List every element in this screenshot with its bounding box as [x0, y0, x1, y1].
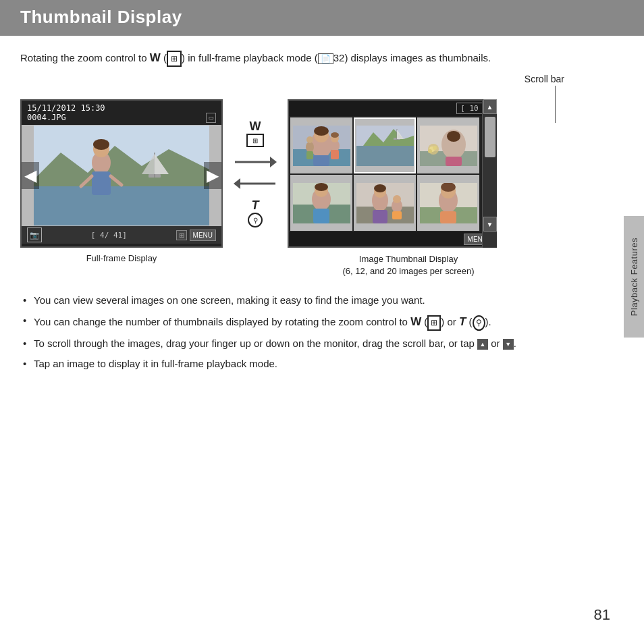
- thumb-6: [417, 175, 479, 231]
- svg-point-9: [93, 139, 109, 150]
- full-frame-header: 15/11/2012 15:30 0004.JPG ▭: [22, 101, 221, 125]
- thumb-6-img: [420, 183, 477, 223]
- thumb-5: [354, 175, 416, 231]
- svg-rect-27: [356, 146, 414, 166]
- scroll-up-inline: ▲: [477, 339, 488, 350]
- intro-page-ref: 32: [333, 52, 345, 63]
- svg-rect-40: [446, 157, 462, 166]
- full-frame-image-area: ◀ ▶: [22, 125, 221, 226]
- thumbnail-grid: [289, 116, 481, 232]
- diagram-area: Scroll bar 15/11/2012 15:30 0004.JPG ▭ ◀…: [20, 80, 624, 277]
- svg-rect-52: [373, 210, 387, 223]
- t-icon: ⚲: [248, 213, 263, 227]
- thumb-5-img: [356, 183, 414, 223]
- t-char: T: [252, 198, 259, 213]
- intro-after: ) displays images as thumbnails.: [344, 52, 491, 63]
- svg-rect-10: [92, 171, 111, 195]
- svg-rect-22: [331, 150, 339, 159]
- side-tab: Playback Features: [624, 216, 644, 338]
- w-section: W ⊞: [246, 119, 264, 147]
- thumb-2: [354, 117, 416, 173]
- wt-arrow-section: W ⊞ T ⚲: [223, 119, 288, 227]
- thumbnail-display-wrapper: [ 10 ]: [288, 99, 497, 248]
- caption-gap: [223, 253, 304, 277]
- full-frame-illustration: [34, 126, 209, 225]
- page-number: 81: [594, 606, 610, 624]
- caption-thumb-line1: Image Thumbnail Display: [359, 254, 458, 264]
- scroll-down-inline: ▼: [503, 339, 514, 350]
- full-frame-timestamp: 15/11/2012 15:30: [27, 103, 105, 113]
- bullet-item-3: To scroll through the images, drag your …: [20, 336, 587, 352]
- thumb-1: [290, 117, 352, 173]
- camera-icon-box: 📷: [27, 227, 42, 242]
- w-label-bullet: W: [410, 315, 421, 328]
- svg-rect-2: [34, 186, 209, 225]
- t-label-bullet: T: [459, 315, 466, 328]
- thumb-3-img: [420, 126, 477, 166]
- full-frame-menu-btn[interactable]: MENU: [190, 230, 216, 241]
- thumbnail-footer: MENU: [289, 232, 495, 246]
- svg-point-39: [447, 131, 460, 142]
- main-content: Rotating the zoom control to W (⊞) in fu…: [0, 36, 644, 390]
- wt-labels: W ⊞ T ⚲: [235, 119, 275, 227]
- svg-point-23: [306, 142, 314, 153]
- scroll-down-button[interactable]: ▼: [483, 217, 497, 232]
- header-bar: Thumbnail Display: [0, 0, 644, 36]
- svg-rect-18: [313, 155, 329, 166]
- side-tab-label: Playback Features: [629, 238, 639, 316]
- arrow-right: [235, 155, 275, 169]
- thumbnail-display: [ 10 ]: [288, 99, 497, 248]
- caption-thumbnail: Image Thumbnail Display (6, 12, and 20 i…: [304, 253, 513, 277]
- scroll-bar-label-line: [555, 86, 556, 123]
- svg-point-17: [314, 126, 329, 136]
- nav-arrow-left[interactable]: ◀: [22, 162, 39, 189]
- page-title: Thumbnail Display: [20, 7, 624, 28]
- w-char: W: [250, 119, 261, 134]
- caption-thumb-line2: (6, 12, and 20 images per screen): [342, 266, 474, 276]
- captions-row: Full-frame Display Image Thumbnail Displ…: [20, 253, 513, 277]
- svg-point-21: [331, 132, 339, 138]
- or-text: or: [448, 316, 456, 327]
- bullet-item-4: Tap an image to display it in full-frame…: [20, 356, 587, 372]
- t-section: T ⚲: [248, 198, 263, 227]
- svg-point-37: [433, 146, 437, 150]
- grid-icon: ⊞: [176, 230, 187, 240]
- thumb-3: [417, 117, 479, 173]
- svg-rect-25: [306, 151, 313, 159]
- bullet-item-2: You can change the number of thumbnails …: [20, 313, 587, 331]
- full-frame-counter: [ 4/ 41]: [91, 231, 127, 240]
- intro-text-before: Rotating the zoom control to: [20, 52, 150, 63]
- svg-rect-46: [313, 209, 329, 223]
- arrow-left: [235, 177, 275, 190]
- intro-paragraph: Rotating the zoom control to W (⊞) in fu…: [20, 49, 574, 67]
- bullet-list: You can view several images on one scree…: [20, 292, 587, 371]
- full-frame-footer: 📷 [ 4/ 41] ⊞ MENU: [22, 226, 221, 244]
- scroll-thumb[interactable]: [485, 117, 495, 157]
- caption-full-frame: Full-frame Display: [20, 253, 223, 277]
- w-label-intro: W: [150, 51, 161, 64]
- full-frame-display: 15/11/2012 15:30 0004.JPG ▭ ◀ ▶: [20, 99, 223, 248]
- diagram-row: 15/11/2012 15:30 0004.JPG ▭ ◀ ▶: [20, 99, 497, 248]
- thumb-1-img: [293, 126, 350, 166]
- thumb-4-img: [293, 183, 350, 223]
- scroll-bar: ▲ ▼: [482, 99, 497, 248]
- scroll-up-button[interactable]: ▲: [483, 99, 497, 114]
- svg-rect-61: [440, 211, 456, 223]
- svg-rect-55: [392, 211, 402, 219]
- svg-point-54: [393, 195, 401, 203]
- svg-point-45: [315, 183, 328, 191]
- svg-point-51: [374, 184, 386, 192]
- scroll-bar-label: Scroll bar: [525, 74, 564, 84]
- thumbnail-header: [ 10 ]: [289, 101, 495, 116]
- bullet-item-1: You can view several images on one scree…: [20, 292, 587, 308]
- thumb-4: [290, 175, 352, 231]
- svg-point-38: [428, 149, 432, 153]
- full-frame-filename: 0004.JPG: [27, 113, 66, 122]
- svg-point-24: [306, 136, 313, 143]
- w-icon: ⊞: [246, 134, 264, 147]
- thumb-2-img: [356, 126, 414, 166]
- nav-arrow-right[interactable]: ▶: [204, 162, 221, 189]
- intro-middle: in full-frame playback mode (: [185, 52, 318, 63]
